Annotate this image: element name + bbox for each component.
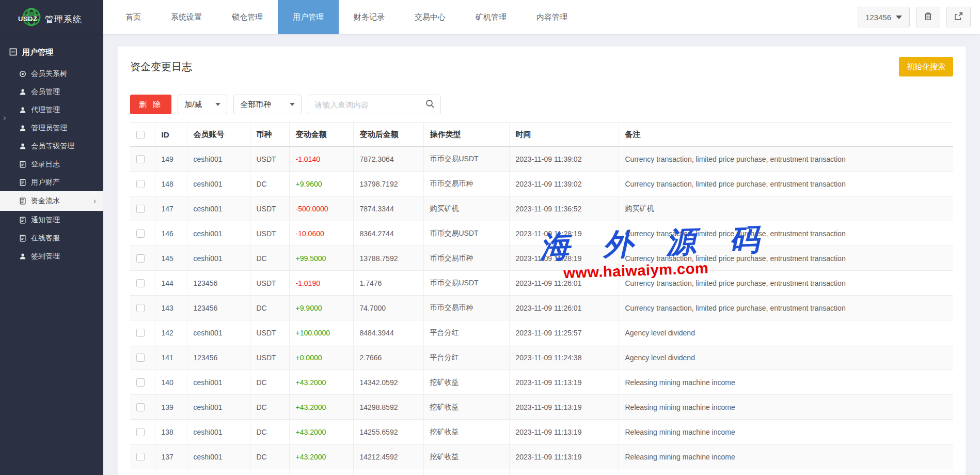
person-icon xyxy=(19,143,26,150)
user-dropdown-button[interactable]: 123456 xyxy=(858,7,910,27)
cell-id: 148 xyxy=(155,172,187,196)
sidebar-item-member-tree[interactable]: 会员关系树 xyxy=(0,65,103,83)
cell-note: Currency transaction, limited price purc… xyxy=(619,221,953,246)
column-header: 币种 xyxy=(250,123,289,147)
cell-after: 7872.3064 xyxy=(353,147,423,172)
row-checkbox[interactable] xyxy=(136,155,145,163)
person-icon xyxy=(19,88,26,96)
cell-time: 2023-11-09 11:28:19 xyxy=(509,221,619,246)
app-logo: USDZ 管理系统 xyxy=(0,0,103,34)
search-icon[interactable] xyxy=(425,99,435,111)
cell-id: 144 xyxy=(155,271,187,296)
cell-after: 8484.3944 xyxy=(353,320,423,345)
direction-filter-select[interactable]: 加/减 xyxy=(178,95,227,114)
cell-after: 13788.7592 xyxy=(353,246,423,271)
sidebar-item-notice-management[interactable]: 通知管理 xyxy=(0,211,103,229)
cell-type: 平台分红 xyxy=(423,345,509,370)
column-header: 操作类型 xyxy=(423,123,509,147)
table-row: 147ceshi001USDT-500.00007874.3344购买矿机202… xyxy=(130,196,953,221)
target-icon xyxy=(19,70,26,78)
cell-type: 币币交易USDT xyxy=(423,147,509,172)
row-checkbox[interactable] xyxy=(136,354,145,362)
cell-after: 13798.7192 xyxy=(353,172,423,196)
table-row: 148ceshi001DC+9.960013798.7192币币交易币种2023… xyxy=(130,172,953,196)
row-checkbox[interactable] xyxy=(136,180,145,188)
sidebar-item-agent-management[interactable]: 代理管理 xyxy=(0,101,103,119)
sidebar-section-user-management[interactable]: 用户管理 xyxy=(0,34,103,65)
sidebar-item-login-logs[interactable]: 登录日志 xyxy=(0,155,103,173)
nav-tab-content-management[interactable]: 内容管理 xyxy=(521,0,582,34)
cell-account: ceshi001 xyxy=(187,469,250,475)
sidebar-item-admin-management[interactable]: 管理员管理 xyxy=(0,119,103,137)
cell-note: Currency transaction, limited price purc… xyxy=(619,296,953,320)
cell-note: Agency level dividend xyxy=(619,320,953,345)
sidebar-item-checkin-management[interactable]: 签到管理 xyxy=(0,247,103,265)
table-row: 144123456USDT-1.01901.7476币币交易USDT2023-1… xyxy=(130,271,953,296)
reset-search-button[interactable]: 初始化搜索 xyxy=(899,57,953,76)
column-header: 变动金额 xyxy=(289,123,353,147)
cell-change: -500.0000 xyxy=(289,196,353,221)
cell-after: 1.7476 xyxy=(353,271,423,296)
nav-tab-user-management[interactable]: 用户管理 xyxy=(278,0,339,34)
nav-tab-miner-management[interactable]: 矿机管理 xyxy=(461,0,521,34)
cell-note: Releasing mining machine income xyxy=(619,445,953,469)
sidebar: 用户管理 会员关系树会员管理代理管理管理员管理会员等级管理登录日志用户财产资金流… xyxy=(0,34,103,475)
doc-icon xyxy=(19,235,26,242)
nav-tab-system-settings[interactable]: 系统设置 xyxy=(156,0,217,34)
select-all-checkbox[interactable] xyxy=(136,131,145,139)
nav-tab-trade-center[interactable]: 交易中心 xyxy=(400,0,461,34)
user-dropdown-label: 123456 xyxy=(865,13,891,22)
nav-tab-finance-records[interactable]: 财务记录 xyxy=(339,0,400,34)
sidebar-item-member-level-management[interactable]: 会员等级管理 xyxy=(0,137,103,155)
row-checkbox[interactable] xyxy=(136,229,145,238)
sidebar-collapse-chevron[interactable]: › xyxy=(3,113,6,123)
row-checkbox[interactable] xyxy=(136,254,145,263)
delete-button[interactable]: 删 除 xyxy=(130,95,171,114)
cell-time: 2023-11-09 11:26:01 xyxy=(509,271,619,296)
cell-id: 149 xyxy=(155,147,187,172)
cell-change: +0.0000 xyxy=(289,345,353,370)
table-row: 140ceshi001DC+43.200014342.0592挖矿收益2023-… xyxy=(130,370,953,395)
nav-tab-lock-management[interactable]: 锁仓管理 xyxy=(217,0,278,34)
doc-icon xyxy=(19,179,26,186)
cell-account: 123456 xyxy=(187,345,250,370)
table-row: 146ceshi001USDT-10.06008364.2744币币交易USDT… xyxy=(130,221,953,246)
table-row: 149ceshi001USDT-1.01407872.3064币币交易USDT2… xyxy=(130,147,953,172)
cell-time: 2023-11-09 11:36:52 xyxy=(509,196,619,221)
cell-type: 挖矿收益 xyxy=(423,395,509,420)
nav-tab-home[interactable]: 首页 xyxy=(110,0,156,34)
sidebar-item-member-management[interactable]: 会员管理 xyxy=(0,83,103,101)
sidebar-item-user-assets[interactable]: 用户财产 xyxy=(0,173,103,191)
cell-change: -10.0600 xyxy=(289,221,353,246)
logout-button[interactable] xyxy=(946,7,971,27)
chevron-down-icon xyxy=(290,103,295,106)
row-checkbox[interactable] xyxy=(136,428,145,436)
cell-change: +100.0000 xyxy=(289,320,353,345)
row-checkbox[interactable] xyxy=(136,329,145,337)
row-checkbox[interactable] xyxy=(136,205,145,213)
sidebar-item-online-service[interactable]: 在线客服 xyxy=(0,229,103,247)
row-checkbox[interactable] xyxy=(136,279,145,287)
cell-note: Currency transaction, limited price purc… xyxy=(619,246,953,271)
cell-time: 2023-11-09 11:39:02 xyxy=(509,172,619,196)
cell-coin: USDT xyxy=(250,196,289,221)
sidebar-item-funds-flow[interactable]: 资金流水› xyxy=(0,191,103,211)
cell-note: Currency transaction, limited price purc… xyxy=(619,172,953,196)
clear-cache-button[interactable] xyxy=(916,7,940,27)
coin-filter-select[interactable]: 全部币种 xyxy=(233,95,302,114)
cell-time: 2023-11-09 11:24:38 xyxy=(509,345,619,370)
main-content: 资金变更日志 初始化搜索 删 除 加/减 全部币种 xyxy=(103,34,980,475)
row-checkbox[interactable] xyxy=(136,378,145,387)
coin-filter-value: 全部币种 xyxy=(240,100,271,110)
row-checkbox[interactable] xyxy=(136,403,145,411)
page-title: 资金变更日志 xyxy=(130,60,192,74)
search-input[interactable] xyxy=(308,95,441,114)
cell-coin: USDT xyxy=(250,345,289,370)
row-checkbox[interactable] xyxy=(136,453,145,461)
cell-change: +9.9600 xyxy=(289,172,353,196)
cell-coin: DC xyxy=(250,445,289,469)
sidebar-section-label: 用户管理 xyxy=(22,48,53,57)
cell-type: 币币交易币种 xyxy=(423,296,509,320)
row-checkbox[interactable] xyxy=(136,304,145,312)
cell-type: 币币交易币种 xyxy=(423,246,509,271)
